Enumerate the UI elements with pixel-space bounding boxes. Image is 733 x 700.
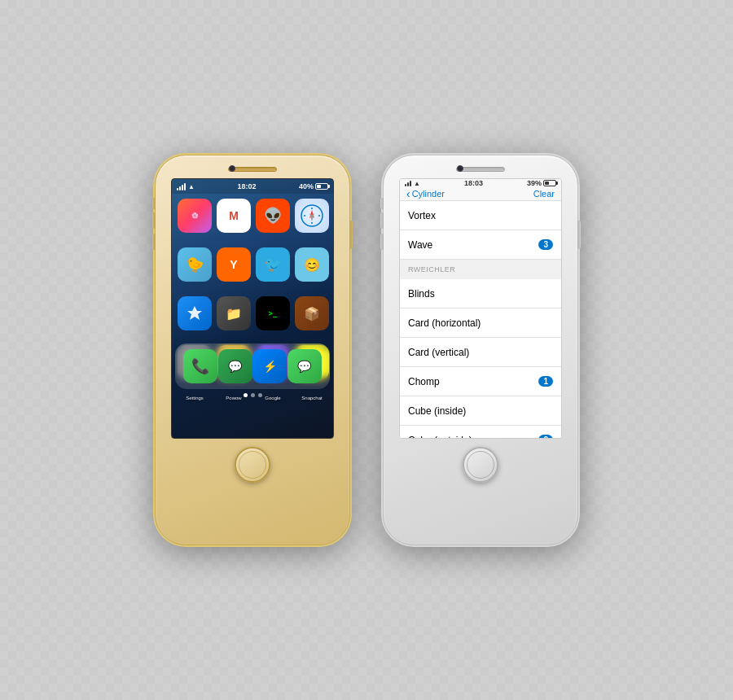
app-cydia[interactable]: 📦 Cydia <box>294 296 330 342</box>
mute-button[interactable] <box>152 198 156 209</box>
time-display-2: 18:03 <box>464 179 483 187</box>
safari-compass <box>300 203 324 228</box>
volume-up-button-2[interactable] <box>380 212 384 229</box>
dock-hangouts[interactable]: 💬 <box>218 349 252 383</box>
section-rweichler-label: RWEICHLER <box>408 265 455 273</box>
alienblue-icon: 👽 <box>256 199 290 233</box>
phone2-silver: ▲ 18:03 39% ‹ Cylinder Clear Vortex <box>383 155 578 545</box>
phone2-screen: ▲ 18:03 39% ‹ Cylinder Clear Vortex <box>399 178 562 439</box>
home-button[interactable] <box>235 447 270 483</box>
wave-label: Wave <box>408 239 432 251</box>
dock-messenger[interactable]: ⚡ <box>252 349 287 383</box>
waze-icon: 😊 <box>295 247 329 282</box>
app-tweetbot[interactable]: 🐦 Tweetbot <box>255 247 291 293</box>
wifi-icon: ▲ <box>188 183 195 190</box>
page-dot-3 <box>258 393 262 397</box>
app-appstore[interactable]: App Store <box>177 296 213 342</box>
tweetbot-icon: 🐦 <box>256 247 290 282</box>
status-right: 40% <box>299 182 328 190</box>
cube-inside-label: Cube (inside) <box>408 405 466 417</box>
sleep-wake-button-2[interactable] <box>577 221 581 249</box>
signal-icon <box>177 183 186 190</box>
blinds-label: Blinds <box>408 288 435 300</box>
app-gmail[interactable]: M Gmail <box>216 199 252 244</box>
gmail-icon: M <box>217 199 251 233</box>
mute-button-2[interactable] <box>380 198 384 209</box>
home-button-ring <box>239 451 266 479</box>
wifi-icon-2: ▲ <box>414 180 420 187</box>
newsyc-icon: Y <box>217 247 251 282</box>
speaker-2 <box>456 167 505 172</box>
volume-down-button-2[interactable] <box>380 234 384 250</box>
app-alienblue[interactable]: 👽 Alien Blue <box>255 199 291 244</box>
status-right-2: 39% <box>527 179 556 187</box>
time-display: 18:02 <box>237 182 256 190</box>
phone1-gold: ▲ 18:02 40% 🌸 Photos M Gmail <box>155 155 350 545</box>
status-left: ▲ <box>177 183 195 190</box>
card-h-label: Card (horizontal) <box>408 317 481 329</box>
app-safari[interactable]: Safari <box>294 199 330 244</box>
chomp-label: Chomp <box>408 376 440 387</box>
dock-phone[interactable]: 📞 <box>183 349 217 383</box>
page-dot-2 <box>251 393 255 397</box>
battery-icon <box>315 183 328 190</box>
list-item-card-h[interactable]: Card (horizontal) <box>400 308 561 338</box>
camera-icon <box>229 165 235 172</box>
app-waze[interactable]: 😊 Waze <box>294 247 330 293</box>
dock: 📞 💬 ⚡ 💬 <box>175 343 330 389</box>
signal-icon-2 <box>405 181 411 186</box>
chomp-badge: 1 <box>538 376 553 387</box>
sleep-wake-button[interactable] <box>349 221 353 249</box>
app-ifile[interactable]: 📁 iFile <box>216 296 252 342</box>
volume-down-button[interactable] <box>152 234 156 250</box>
page-dot-1 <box>244 393 248 397</box>
app-flappybird[interactable]: 🐤 Flappy Bird <box>177 247 213 293</box>
nav-back-label: Cylinder <box>412 189 445 199</box>
volume-up-button[interactable] <box>152 212 156 229</box>
list-item-cube-inside[interactable]: Cube (inside) <box>400 396 561 426</box>
page-indicator <box>172 393 333 397</box>
cube-outside-label: Cube (outside) <box>408 435 472 440</box>
battery-label-2: 39% <box>527 179 542 187</box>
camera-icon-2 <box>457 165 463 172</box>
card-v-label: Card (vertical) <box>408 347 469 358</box>
clear-button[interactable]: Clear <box>533 189 555 199</box>
list-item-card-v[interactable]: Card (vertical) <box>400 338 561 367</box>
settings-status-bar: ▲ 18:03 39% <box>400 179 561 187</box>
app-newsyc[interactable]: Y news:yc <box>216 247 252 293</box>
appstore-icon <box>178 296 212 330</box>
wave-badge: 3 <box>538 239 553 250</box>
ifile-icon: 📁 <box>217 296 251 330</box>
list-item-blinds[interactable]: Blinds <box>400 279 561 308</box>
chevron-left-icon: ‹ <box>406 187 410 200</box>
list-item-chomp[interactable]: Chomp 1 <box>400 367 561 396</box>
list-item-cube-outside[interactable]: Cube (outside) 2 <box>400 426 561 439</box>
speaker <box>228 167 277 172</box>
status-bar: ▲ 18:02 40% <box>172 179 333 194</box>
app-photos[interactable]: 🌸 Photos <box>177 199 213 244</box>
nav-bar: ‹ Cylinder Clear <box>400 187 561 201</box>
section-rweichler: RWEICHLER <box>400 260 561 279</box>
vortex-label: Vortex <box>408 210 436 221</box>
status-left-2: ▲ <box>405 180 420 187</box>
battery-label: 40% <box>299 182 314 190</box>
flappybird-icon: 🐤 <box>178 247 212 282</box>
dock-messages[interactable]: 💬 <box>287 349 322 383</box>
safari-icon <box>295 199 329 233</box>
list-item-wave[interactable]: Wave 3 <box>400 230 561 260</box>
app-terminal[interactable]: >_ Terminal <box>255 296 291 342</box>
appstore-svg <box>185 304 204 323</box>
cydia-icon: 📦 <box>295 296 329 330</box>
phone1-screen: ▲ 18:02 40% 🌸 Photos M Gmail <box>171 178 334 439</box>
list-item-vortex[interactable]: Vortex <box>400 201 561 230</box>
home-button-2[interactable] <box>463 447 498 483</box>
settings-list: Vortex Wave 3 RWEICHLER Blinds Card (hor… <box>400 201 561 439</box>
nav-back-button[interactable]: ‹ Cylinder <box>406 187 445 200</box>
home-button-ring-2 <box>467 451 494 479</box>
cube-outside-badge: 2 <box>538 435 553 439</box>
photos-icon: 🌸 <box>178 199 212 233</box>
terminal-icon: >_ <box>256 296 290 330</box>
battery-icon-2 <box>543 180 556 186</box>
